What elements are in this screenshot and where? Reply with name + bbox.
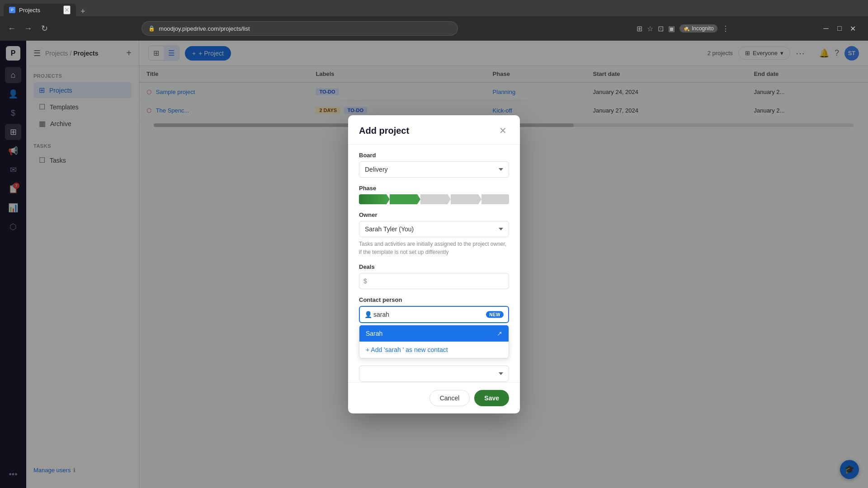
- contact-person-label: Contact person: [359, 296, 509, 303]
- modal-title: Add project: [359, 126, 409, 136]
- sidebar-toggle-icon[interactable]: ▣: [668, 24, 675, 33]
- extension-icon[interactable]: ⊞: [637, 24, 642, 33]
- browser-tabs: P Projects ✕ +: [0, 0, 868, 16]
- more-options-icon[interactable]: ⋮: [722, 24, 729, 33]
- suggestion-item-sarah[interactable]: Sarah ↗: [359, 325, 509, 342]
- modal-overlay: Add project ✕ Board Delivery Phase: [0, 41, 868, 488]
- owner-label: Owner: [359, 211, 509, 218]
- profile-icon[interactable]: ⊡: [658, 24, 664, 33]
- deals-label: Deals: [359, 263, 509, 270]
- minimize-button[interactable]: ─: [820, 23, 832, 34]
- bookmark-icon[interactable]: ☆: [647, 24, 653, 33]
- owner-hint: Tasks and activities are initially assig…: [359, 240, 509, 256]
- close-window-button[interactable]: ✕: [847, 23, 859, 34]
- address-bar[interactable]: 🔒 moodjoy.pipedrive.com/projects/list: [142, 21, 458, 36]
- app-container: P ⌂ 👤 $ ⊞ 📢 ✉ 📋 7 📊 ⬡ ••• ☰ Projects / P…: [0, 41, 868, 488]
- deals-input-wrapper: $: [359, 273, 509, 289]
- back-button[interactable]: ←: [5, 22, 18, 35]
- modal-header: Add project ✕: [348, 115, 520, 145]
- reload-button[interactable]: ↻: [38, 22, 51, 35]
- board-field: Board Delivery: [359, 152, 509, 178]
- incognito-label: Incognito: [692, 25, 714, 32]
- add-contact-label: + Add 'sarah ' as new contact: [366, 346, 448, 353]
- incognito-badge: 🕵 Incognito: [679, 24, 717, 33]
- board-label: Board: [359, 152, 509, 159]
- currency-icon: $: [363, 277, 367, 285]
- lock-icon: 🔒: [148, 25, 155, 32]
- extra-dropdown-field: [359, 366, 509, 382]
- phase-bar[interactable]: [359, 194, 509, 204]
- active-tab[interactable]: P Projects ✕: [4, 4, 76, 16]
- owner-field: Owner Sarah Tyler (You) Tasks and activi…: [359, 211, 509, 256]
- phase-segment-5[interactable]: [481, 194, 509, 204]
- external-link-icon[interactable]: ↗: [497, 330, 502, 337]
- tab-title: Projects: [19, 7, 40, 14]
- toolbar-right: ⊞ ☆ ⊡ ▣ 🕵 Incognito ⋮: [637, 24, 729, 33]
- phase-label: Phase: [359, 185, 509, 192]
- owner-select[interactable]: Sarah Tyler (You): [359, 221, 509, 237]
- save-button[interactable]: Save: [474, 390, 509, 406]
- deals-field: Deals $: [359, 263, 509, 289]
- suggestion-name: Sarah: [366, 330, 382, 337]
- tab-close-button[interactable]: ✕: [63, 5, 71, 14]
- add-project-modal: Add project ✕ Board Delivery Phase: [348, 115, 520, 413]
- maximize-button[interactable]: □: [834, 23, 845, 34]
- modal-close-button[interactable]: ✕: [496, 124, 509, 137]
- phase-segment-4[interactable]: [451, 194, 478, 204]
- deals-input[interactable]: [359, 273, 509, 289]
- incognito-icon: 🕵: [683, 25, 690, 32]
- browser-chrome: P Projects ✕ + ← → ↻ 🔒 moodjoy.pipedrive…: [0, 0, 868, 41]
- window-controls: ─ □ ✕: [820, 23, 859, 34]
- contact-person-field: Contact person 👤 NEW Sarah ↗ + Add ': [359, 296, 509, 358]
- new-tab-button[interactable]: +: [78, 7, 88, 16]
- extra-dropdown-select[interactable]: [359, 366, 509, 382]
- phase-field: Phase: [359, 185, 509, 204]
- person-icon: 👤: [364, 311, 372, 318]
- cancel-button[interactable]: Cancel: [429, 390, 470, 406]
- browser-toolbar: ← → ↻ 🔒 moodjoy.pipedrive.com/projects/l…: [0, 16, 868, 41]
- forward-button[interactable]: →: [22, 22, 34, 35]
- suggestion-dropdown: Sarah ↗ + Add 'sarah ' as new contact: [359, 325, 509, 358]
- address-text: moodjoy.pipedrive.com/projects/list: [159, 25, 250, 32]
- tab-favicon: P: [9, 7, 15, 13]
- phase-segment-1[interactable]: [359, 194, 387, 204]
- phase-segment-3[interactable]: [420, 194, 448, 204]
- new-badge: NEW: [486, 311, 504, 318]
- modal-footer: Cancel Save: [348, 382, 520, 413]
- add-contact-item[interactable]: + Add 'sarah ' as new contact: [359, 342, 509, 358]
- modal-body: Board Delivery Phase: [348, 145, 520, 382]
- contact-input-wrapper: 👤 NEW: [359, 306, 509, 323]
- phase-segment-2[interactable]: [390, 194, 417, 204]
- board-select[interactable]: Delivery: [359, 161, 509, 178]
